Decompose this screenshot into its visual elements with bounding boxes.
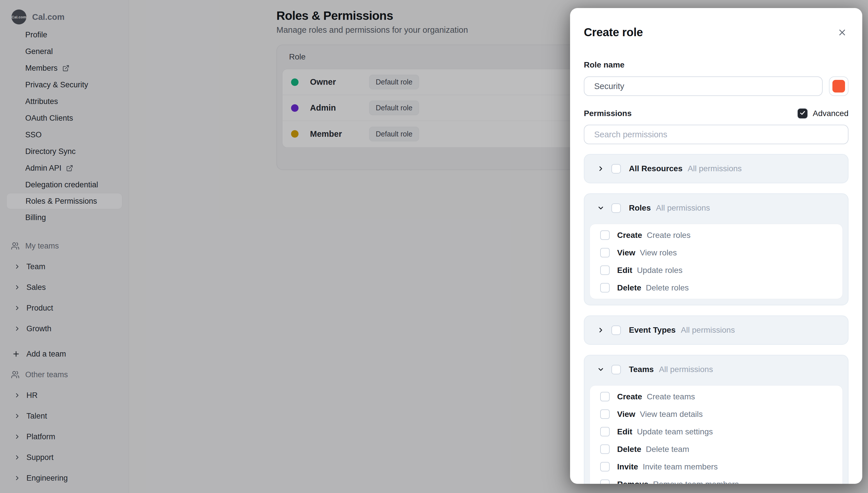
group-teams-header[interactable]: Teams All permissions (585, 356, 848, 384)
group-roles-permissions: Create Create roles View View roles Edit… (590, 224, 843, 299)
permission-roles-create[interactable]: Create Create roles (590, 227, 842, 244)
permissions-header-row: Permissions Advanced (584, 109, 848, 119)
role-name-label: Role name (584, 60, 848, 69)
chevron-down-icon[interactable] (597, 366, 604, 373)
permission-teams-invite[interactable]: Invite Invite team members (590, 458, 842, 475)
chevron-down-icon[interactable] (597, 204, 604, 212)
close-icon (837, 27, 847, 38)
permission-checkbox[interactable] (600, 392, 610, 401)
permission-checkbox[interactable] (600, 445, 610, 454)
permission-checkbox[interactable] (600, 462, 610, 471)
create-role-drawer: Create role Role name Permissions Advanc… (570, 8, 862, 484)
group-checkbox[interactable] (611, 203, 621, 213)
chevron-right-icon[interactable] (597, 326, 604, 334)
permission-checkbox[interactable] (600, 479, 610, 484)
permission-checkbox[interactable] (600, 283, 610, 293)
role-name-row (584, 77, 848, 96)
close-button[interactable] (836, 26, 848, 39)
role-color-swatch (832, 80, 845, 92)
group-teams-permissions: Create Create teams View View team detai… (590, 385, 843, 484)
permission-groups: All Resources All permissions Roles All … (584, 154, 848, 484)
permission-checkbox[interactable] (600, 409, 610, 419)
role-name-input[interactable] (584, 77, 823, 96)
permission-checkbox[interactable] (600, 265, 610, 275)
permission-roles-view[interactable]: View View roles (590, 244, 842, 261)
group-teams: Teams All permissions Create Create team… (584, 355, 848, 484)
chevron-right-icon[interactable] (597, 165, 604, 172)
group-roles: Roles All permissions Create Create role… (584, 193, 848, 305)
permissions-label: Permissions (584, 109, 632, 118)
group-all-resources-header[interactable]: All Resources All permissions (585, 154, 848, 183)
permission-teams-edit[interactable]: Edit Update team settings (590, 423, 842, 441)
advanced-checkbox-checked[interactable] (798, 109, 807, 119)
group-checkbox[interactable] (611, 164, 621, 173)
group-checkbox[interactable] (611, 325, 621, 335)
drawer-header: Create role (584, 26, 848, 40)
check-icon (799, 109, 806, 117)
permission-checkbox[interactable] (600, 248, 610, 257)
group-event-types: Event Types All permissions (584, 316, 848, 345)
advanced-toggle[interactable]: Advanced (798, 109, 848, 119)
permission-roles-edit[interactable]: Edit Update roles (590, 261, 842, 279)
permission-teams-view[interactable]: View View team details (590, 405, 842, 423)
permission-checkbox[interactable] (600, 427, 610, 436)
permission-teams-create[interactable]: Create Create teams (590, 388, 842, 405)
permission-teams-delete[interactable]: Delete Delete team (590, 441, 842, 458)
permission-roles-delete[interactable]: Delete Delete roles (590, 279, 842, 297)
advanced-label: Advanced (813, 109, 848, 118)
group-event-types-header[interactable]: Event Types All permissions (585, 316, 848, 344)
search-permissions-input[interactable] (584, 125, 848, 144)
permission-teams-remove[interactable]: Remove Remove team members (590, 475, 842, 484)
group-roles-header[interactable]: Roles All permissions (585, 194, 848, 222)
drawer-title: Create role (584, 26, 848, 39)
group-all-resources: All Resources All permissions (584, 154, 848, 183)
role-color-picker-button[interactable] (829, 77, 848, 96)
permission-checkbox[interactable] (600, 230, 610, 240)
group-checkbox[interactable] (611, 365, 621, 374)
app-window: Cal.com Cal.com Profile General Members … (0, 0, 868, 493)
